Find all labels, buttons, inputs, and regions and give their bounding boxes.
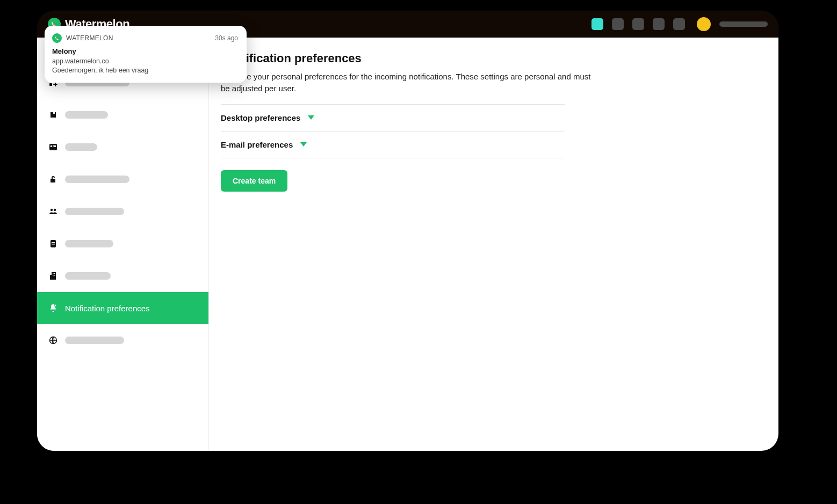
- svg-point-7: [50, 209, 53, 211]
- section-email-preferences[interactable]: E-mail preferences: [221, 131, 565, 158]
- sidebar-item-label-placeholder: [65, 111, 108, 119]
- svg-rect-15: [54, 273, 55, 274]
- sidebar-item-8[interactable]: [37, 324, 208, 356]
- bell-icon: [49, 304, 57, 312]
- puzzle-icon: [49, 111, 57, 119]
- topbar-action-4[interactable]: [653, 18, 665, 30]
- users-icon: [49, 207, 57, 216]
- svg-rect-2: [49, 83, 52, 86]
- svg-rect-14: [53, 273, 54, 274]
- topbar-actions: [591, 17, 768, 31]
- page-title: Notification preferences: [200, 52, 597, 65]
- section-label: Desktop preferences: [221, 113, 300, 122]
- svg-point-8: [54, 209, 56, 211]
- unlock-icon: [49, 175, 57, 184]
- app-body: Notification preferences Notification pr…: [37, 38, 778, 451]
- topbar-action-1[interactable]: [591, 18, 603, 30]
- sidebar-item-5[interactable]: [37, 195, 208, 228]
- toast-header: WATERMELON 30s ago: [52, 33, 238, 43]
- section-label: E-mail preferences: [221, 140, 293, 149]
- section-desktop-preferences[interactable]: Desktop preferences: [221, 104, 565, 131]
- globe-icon: [49, 336, 57, 345]
- sidebar-item-label-placeholder: [65, 208, 124, 215]
- topbar-action-5[interactable]: [673, 18, 685, 30]
- app-frame: Watermelon: [37, 11, 778, 451]
- toast-timestamp: 30s ago: [215, 34, 238, 42]
- svg-rect-6: [54, 145, 56, 147]
- building-icon: [49, 272, 57, 280]
- svg-rect-12: [52, 272, 56, 280]
- sidebar-item-7[interactable]: [37, 260, 208, 292]
- toast-message: Goedemorgen, ik heb een vraag: [52, 66, 238, 75]
- svg-rect-17: [54, 275, 55, 276]
- svg-rect-5: [53, 145, 54, 147]
- chevron-down-icon: [300, 142, 307, 147]
- create-team-button[interactable]: Create team: [221, 170, 287, 192]
- avatar[interactable]: [697, 17, 711, 31]
- svg-rect-4: [50, 145, 52, 147]
- document-icon: [49, 239, 57, 248]
- chevron-down-icon: [308, 115, 314, 120]
- preference-sections: Desktop preferences E-mail preferences: [221, 104, 565, 158]
- username-placeholder: [719, 21, 768, 27]
- sidebar-item-label-placeholder: [65, 176, 129, 183]
- svg-point-18: [54, 304, 56, 306]
- svg-rect-16: [53, 275, 54, 276]
- sidebar-item-4[interactable]: [37, 163, 208, 195]
- toast-domain: app.watermelon.co: [52, 57, 238, 66]
- desktop-notification-toast[interactable]: WATERMELON 30s ago Melony app.watermelon…: [45, 26, 247, 83]
- sidebar-item-2[interactable]: [37, 99, 208, 131]
- svg-rect-11: [52, 244, 55, 245]
- topbar-action-2[interactable]: [612, 18, 624, 30]
- main-header: Notification preferences Set here your p…: [221, 50, 764, 94]
- sidebar-item-notification-preferences[interactable]: Notification preferences: [37, 292, 208, 324]
- toast-appname: WATERMELON: [66, 34, 113, 42]
- main-content: Notification preferences Set here your p…: [209, 38, 778, 451]
- sidebar-item-label-placeholder: [65, 272, 111, 280]
- sidebar-item-label-placeholder: [65, 337, 124, 344]
- widget-icon: [49, 143, 57, 151]
- sidebar-item-3[interactable]: [37, 131, 208, 163]
- toast-title: Melony: [52, 47, 238, 55]
- sidebar-item-label-placeholder: [65, 240, 113, 247]
- sidebar-item-label-placeholder: [65, 143, 97, 151]
- sidebar: Notification preferences: [37, 38, 209, 451]
- topbar-action-3[interactable]: [632, 18, 644, 30]
- svg-rect-10: [52, 242, 55, 243]
- svg-rect-13: [50, 275, 52, 280]
- sidebar-item-6[interactable]: [37, 228, 208, 260]
- sidebar-item-label: Notification preferences: [65, 304, 150, 313]
- page-description: Set here your personal preferences for t…: [221, 71, 597, 94]
- watermelon-logo-icon: [52, 33, 62, 43]
